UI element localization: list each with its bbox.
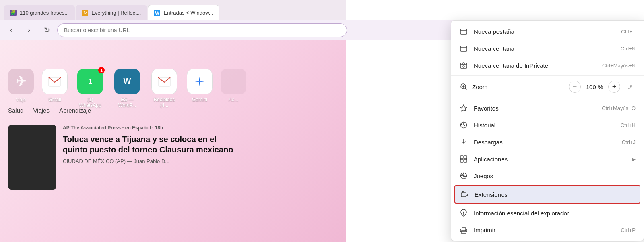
page-content: ✈ viaje Gmail 1 1 (1) WhatsApp bbox=[0, 40, 346, 242]
zoom-icon bbox=[459, 82, 468, 91]
address-input[interactable] bbox=[57, 23, 347, 37]
tab-2-label: Everything | Reflect... bbox=[91, 10, 141, 16]
svg-rect-20 bbox=[464, 156, 467, 159]
shortcut-recibidos-label: Recibidos (4... bbox=[150, 97, 179, 108]
descargas-shortcut: Ctrl+J bbox=[622, 139, 636, 145]
news-thumbnail bbox=[8, 125, 56, 190]
svg-rect-25 bbox=[461, 193, 466, 197]
svg-point-24 bbox=[463, 175, 464, 177]
nueva-ventana-label: Nueva ventana bbox=[474, 45, 615, 52]
shortcuts-row: ✈ viaje Gmail 1 1 (1) WhatsApp bbox=[0, 65, 346, 112]
zoom-value: 100 % bbox=[585, 83, 604, 90]
svg-text:1: 1 bbox=[88, 77, 92, 86]
svg-rect-13 bbox=[460, 29, 467, 34]
shortcut-gemini[interactable]: Gemini bbox=[187, 69, 213, 102]
inprivate-icon bbox=[459, 61, 468, 70]
tab-bar: 🧩 110 grandes frases... ↻ Everything | R… bbox=[0, 0, 346, 20]
menu-item-info-esencial[interactable]: Información esencial del explorador bbox=[451, 204, 644, 221]
shortcut-whatsapp-label: (1) WhatsApp bbox=[76, 97, 105, 108]
forward-button[interactable]: › bbox=[22, 23, 36, 38]
tab-1-icon: 🧩 bbox=[10, 10, 17, 16]
shortcut-wordpress-icon: W bbox=[114, 69, 140, 94]
tab-3[interactable]: W Entradas < Window... bbox=[148, 5, 219, 20]
nueva-ventana-icon bbox=[459, 44, 468, 53]
menu-item-nueva-pestana[interactable]: Nueva pestaña Ctrl+T bbox=[451, 23, 644, 40]
shortcut-ac-icon bbox=[221, 69, 246, 94]
historial-shortcut: Ctrl+H bbox=[621, 122, 636, 128]
zoom-row: Zoom − 100 % + ↗ bbox=[451, 77, 644, 96]
imprimir-label: Imprimir bbox=[474, 227, 615, 234]
nav-tab-viajes[interactable]: Viajes bbox=[33, 107, 50, 114]
shortcut-gmail-label: Gmail bbox=[48, 97, 61, 102]
favoritos-icon bbox=[459, 104, 468, 113]
news-title[interactable]: Toluca vence a Tijuana y se coloca en el… bbox=[63, 134, 233, 155]
svg-rect-19 bbox=[460, 156, 463, 159]
news-source: AP The Associated Press - en Español · 1… bbox=[63, 125, 233, 131]
shortcut-ac-label: Ac... bbox=[229, 97, 238, 102]
svg-point-28 bbox=[465, 230, 466, 231]
zoom-expand-button[interactable]: ↗ bbox=[624, 81, 636, 92]
nueva-pestana-icon bbox=[459, 27, 468, 36]
nav-tab-aprendizaje[interactable]: Aprendizaje bbox=[59, 107, 91, 114]
tab-1-label: 110 grandes frases... bbox=[20, 10, 69, 16]
svg-text:W: W bbox=[124, 77, 131, 86]
shortcut-gmail-icon bbox=[42, 69, 68, 94]
inprivate-label: Nueva ventana de InPrivate bbox=[474, 62, 597, 69]
news-desc: CIUDAD DE MÉXICO (AP) — Juan Pablo D... bbox=[63, 158, 233, 164]
back-button[interactable]: ‹ bbox=[4, 23, 19, 38]
svg-rect-22 bbox=[464, 159, 467, 162]
svg-point-16 bbox=[463, 66, 464, 67]
shortcut-gmail[interactable]: Gmail bbox=[42, 69, 68, 102]
zoom-label: Zoom bbox=[472, 83, 565, 90]
nueva-ventana-shortcut: Ctrl+N bbox=[621, 46, 636, 52]
aplicaciones-icon bbox=[459, 154, 468, 163]
descargas-label: Descargas bbox=[474, 139, 616, 146]
menu-item-inprivate[interactable]: Nueva ventana de InPrivate Ctrl+Mayús+N bbox=[451, 57, 644, 74]
shortcut-wordpress-label: ES — WordP... bbox=[113, 97, 142, 108]
favoritos-shortcut: Ctrl+Mayús+O bbox=[602, 105, 636, 111]
imprimir-icon bbox=[459, 225, 468, 234]
shortcut-whatsapp[interactable]: 1 1 (1) WhatsApp bbox=[76, 69, 105, 108]
zoom-plus-button[interactable]: + bbox=[608, 81, 620, 93]
dropdown-menu: Nueva pestaña Ctrl+T Nueva ventana Ctrl+… bbox=[451, 20, 644, 241]
extensiones-icon bbox=[460, 190, 469, 199]
svg-rect-14 bbox=[460, 46, 467, 51]
historial-label: Historial bbox=[474, 122, 615, 129]
shortcut-recibidos-icon bbox=[151, 69, 177, 94]
info-esencial-icon bbox=[459, 209, 468, 217]
zoom-controls: − 100 % + ↗ bbox=[569, 81, 636, 93]
menu-item-aplicaciones[interactable]: Aplicaciones ▶ bbox=[451, 150, 644, 167]
news-content: AP The Associated Press - en Español · 1… bbox=[63, 125, 233, 190]
shortcut-viaje[interactable]: ✈ viaje bbox=[8, 69, 34, 102]
menu-item-historial[interactable]: Historial Ctrl+H bbox=[451, 117, 644, 134]
favoritos-label: Favoritos bbox=[474, 105, 596, 112]
menu-item-imprimir[interactable]: Imprimir Ctrl+P bbox=[451, 221, 644, 238]
info-esencial-label: Información esencial del explorador bbox=[474, 210, 636, 217]
tab-2-icon: ↻ bbox=[82, 10, 88, 16]
extensiones-label: Extensiones bbox=[475, 191, 635, 198]
shortcut-gemini-label: Gemini bbox=[192, 97, 207, 102]
aplicaciones-arrow: ▶ bbox=[632, 156, 636, 162]
tab-3-icon: W bbox=[154, 10, 160, 16]
news-area: AP The Associated Press - en Español · 1… bbox=[8, 125, 233, 190]
historial-icon bbox=[459, 121, 468, 129]
shortcut-wordpress[interactable]: W ES — WordP... bbox=[113, 69, 142, 108]
tab-2[interactable]: ↻ Everything | Reflect... bbox=[76, 5, 147, 20]
refresh-button[interactable]: ↻ bbox=[39, 23, 54, 38]
menu-item-juegos[interactable]: Juegos bbox=[451, 167, 644, 184]
svg-rect-21 bbox=[460, 159, 463, 162]
shortcut-recibidos[interactable]: Recibidos (4... bbox=[150, 69, 179, 108]
nav-tab-salud[interactable]: Salud bbox=[8, 107, 23, 114]
nav-tabs: Salud Viajes Aprendizaje bbox=[0, 107, 346, 114]
tab-1[interactable]: 🧩 110 grandes frases... bbox=[4, 5, 75, 20]
menu-item-favoritos[interactable]: Favoritos Ctrl+Mayús+O bbox=[451, 100, 644, 117]
zoom-minus-button[interactable]: − bbox=[569, 81, 581, 93]
shortcut-ac[interactable]: Ac... bbox=[221, 69, 246, 102]
shortcut-viaje-icon: ✈ bbox=[8, 69, 34, 94]
nueva-pestana-label: Nueva pestaña bbox=[474, 28, 615, 35]
menu-item-nueva-ventana[interactable]: Nueva ventana Ctrl+N bbox=[451, 40, 644, 57]
aplicaciones-label: Aplicaciones bbox=[474, 156, 626, 163]
shortcut-viaje-label: viaje bbox=[16, 97, 26, 102]
menu-item-descargas[interactable]: Descargas Ctrl+J bbox=[451, 134, 644, 150]
menu-item-extensiones[interactable]: Extensiones bbox=[454, 185, 640, 204]
